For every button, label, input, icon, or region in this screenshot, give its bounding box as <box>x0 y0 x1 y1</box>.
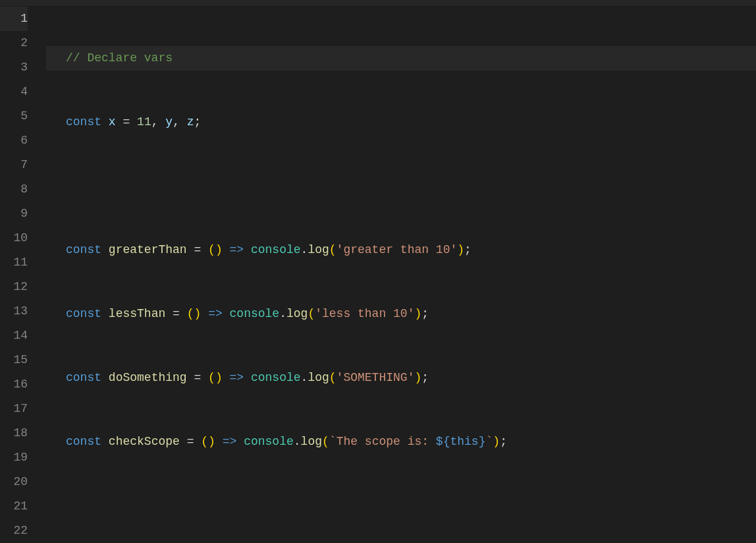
line-number-gutter: 1 2 3 4 5 6 7 8 9 10 11 12 13 14 15 16 1… <box>0 7 46 543</box>
paren-token: ) <box>194 307 202 320</box>
punc-token: , <box>173 115 180 129</box>
code-line[interactable]: const x = 11, y, z; <box>46 110 756 134</box>
code-line[interactable] <box>46 494 756 518</box>
op-token: = <box>173 307 180 320</box>
arrow-token: => <box>223 435 237 448</box>
func-token: log <box>286 307 308 320</box>
keyword-token: const <box>66 115 101 129</box>
punc-token: ; <box>421 307 429 320</box>
arrow-token: => <box>208 307 223 320</box>
line-number: 9 <box>0 202 28 226</box>
arrow-token: => <box>230 371 244 384</box>
var-token: z <box>187 115 194 129</box>
arrow-token: => <box>230 243 244 256</box>
line-number: 18 <box>0 421 28 445</box>
code-line[interactable]: const greaterThan = () => console.log('g… <box>46 238 756 262</box>
editor-tab-bar[interactable] <box>0 0 756 7</box>
code-line[interactable] <box>46 174 756 198</box>
punc-token: . <box>294 435 301 448</box>
paren-token: ( <box>208 243 215 256</box>
line-number: 2 <box>0 31 28 55</box>
func-token: log <box>308 371 329 384</box>
line-number: 8 <box>0 177 28 202</box>
punc-token: ; <box>421 371 429 384</box>
op-token: = <box>122 115 130 129</box>
punc-token: . <box>279 307 286 320</box>
punc-token: . <box>301 243 308 256</box>
op-token: = <box>187 435 194 448</box>
punc-token: ; <box>464 243 472 256</box>
line-number: 21 <box>0 494 28 519</box>
code-line[interactable]: const doSomething = () => console.log('S… <box>46 366 756 390</box>
line-number: 4 <box>0 80 28 104</box>
obj-token: console <box>244 435 294 448</box>
code-line[interactable]: // Declare vars <box>46 46 756 71</box>
line-number: 14 <box>0 324 28 348</box>
num-token: 11 <box>137 115 151 129</box>
code-line[interactable]: const lessThan = () => console.log('less… <box>46 302 756 326</box>
obj-token: console <box>251 371 301 384</box>
template-token: ${ <box>436 435 450 448</box>
obj-token: console <box>230 307 280 320</box>
string-token: The scope is: <box>337 435 436 448</box>
paren-token: ) <box>215 371 223 384</box>
func-token: log <box>301 435 322 448</box>
string-token: ` <box>486 435 493 448</box>
line-number: 22 <box>0 519 28 543</box>
keyword-token: const <box>66 243 101 256</box>
line-number: 20 <box>0 470 28 494</box>
paren-token: ) <box>215 243 223 256</box>
string-token: ` <box>329 435 337 448</box>
paren-token: ( <box>329 243 337 256</box>
comment-token: // Declare vars <box>66 51 173 65</box>
code-editor[interactable]: 1 2 3 4 5 6 7 8 9 10 11 12 13 14 15 16 1… <box>0 7 756 543</box>
keyword-token: const <box>66 307 101 320</box>
code-area[interactable]: // Declare vars const x = 11, y, z; cons… <box>46 7 756 543</box>
keyword-token: const <box>66 435 101 448</box>
op-token: = <box>194 371 201 384</box>
line-number: 16 <box>0 372 28 397</box>
op-token: = <box>194 243 201 256</box>
code-line[interactable]: const checkScope = () => console.log(`Th… <box>46 430 756 454</box>
line-number: 17 <box>0 397 28 421</box>
func-token: log <box>308 243 329 256</box>
paren-token: ( <box>322 435 329 448</box>
line-number: 1 <box>0 7 28 31</box>
func-token: checkScope <box>109 435 180 448</box>
template-token: } <box>479 435 486 448</box>
paren-token: ( <box>187 307 194 320</box>
var-token: x <box>109 115 116 129</box>
paren-token: ) <box>414 371 421 384</box>
paren-token: ( <box>308 307 315 320</box>
line-number: 19 <box>0 445 28 470</box>
obj-token: console <box>251 243 301 256</box>
string-token: 'SOMETHING' <box>337 371 415 384</box>
paren-token: ) <box>414 307 421 320</box>
punc-token: ; <box>194 115 202 129</box>
paren-token: ( <box>208 371 215 384</box>
string-token: 'less than 10' <box>315 307 414 320</box>
line-number: 13 <box>0 299 28 324</box>
paren-token: ) <box>457 243 464 256</box>
line-number: 7 <box>0 153 28 177</box>
line-number: 15 <box>0 348 28 372</box>
punc-token: . <box>301 371 308 384</box>
line-number: 3 <box>0 55 28 80</box>
punc-token: ; <box>500 435 507 448</box>
paren-token: ( <box>201 435 208 448</box>
punc-token: , <box>151 115 159 129</box>
line-number: 12 <box>0 275 28 299</box>
paren-token: ( <box>329 371 337 384</box>
keyword-token: const <box>66 371 101 384</box>
line-number: 11 <box>0 250 28 275</box>
string-token: 'greater than 10' <box>337 243 458 256</box>
func-token: lessThan <box>109 307 165 320</box>
paren-token: ) <box>208 435 215 448</box>
func-token: greaterThan <box>109 243 187 256</box>
line-number: 6 <box>0 129 28 153</box>
keyword-token: this <box>450 435 478 448</box>
line-number: 10 <box>0 226 28 250</box>
var-token: y <box>165 115 173 129</box>
func-token: doSomething <box>109 371 187 384</box>
line-number: 5 <box>0 104 28 129</box>
